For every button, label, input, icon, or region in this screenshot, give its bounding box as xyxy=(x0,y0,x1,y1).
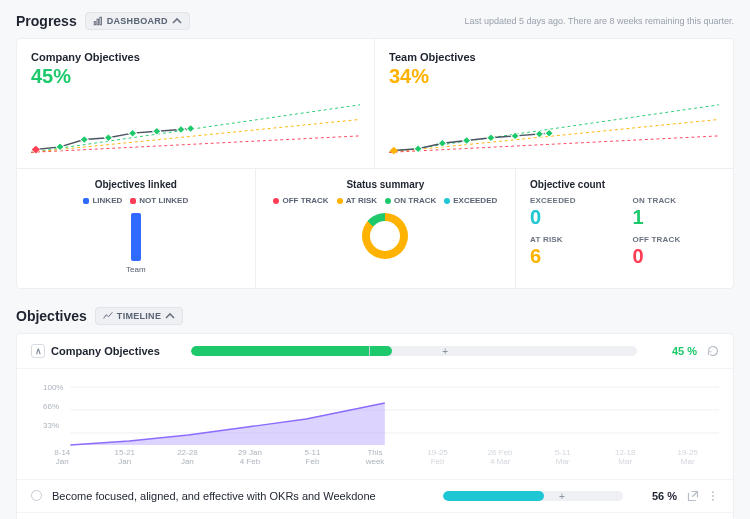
status-donut-chart xyxy=(362,213,408,259)
company-row-label: Company Objectives xyxy=(51,345,160,357)
svg-rect-15 xyxy=(487,134,495,142)
status-summary-card: Status summary OFF TRACK AT RISK ON TRAC… xyxy=(256,169,516,288)
legend-on-track: ON TRACK xyxy=(394,196,436,205)
open-icon[interactable] xyxy=(687,490,699,502)
svg-rect-5 xyxy=(80,136,88,144)
timeline-tick: 15-21Jan xyxy=(94,449,157,467)
svg-rect-7 xyxy=(128,129,136,137)
linked-title: Objectives linked xyxy=(31,179,241,190)
status-title: Status summary xyxy=(270,179,501,190)
timeline-tick: 5-11Feb xyxy=(281,449,344,467)
progress-title: Progress xyxy=(16,13,77,29)
objectives-title: Objectives xyxy=(16,308,87,324)
objective-label: Become focused, aligned, and effective w… xyxy=(52,490,433,502)
objectives-timeline: 100% 66% 33% 8-14Jan15-21Jan22-28Jan29 J… xyxy=(17,369,733,480)
svg-rect-10 xyxy=(187,125,195,133)
timeline-tick: 29 Jan4 Feb xyxy=(219,449,282,467)
team-progress-chart xyxy=(389,92,719,156)
team-objectives-card: Team Objectives 34% xyxy=(375,39,733,169)
company-row-pct: 45 % xyxy=(647,345,697,357)
more-icon[interactable] xyxy=(707,490,719,502)
linked-legend: LINKED NOT LINKED xyxy=(31,196,241,205)
expand-icon[interactable]: ∧ xyxy=(31,344,45,358)
svg-rect-1 xyxy=(97,19,99,25)
objective-progress-bar: + xyxy=(443,491,623,501)
svg-rect-16 xyxy=(511,132,519,140)
timeline-xaxis: 8-14Jan15-21Jan22-28Jan29 Jan4 Feb5-11Fe… xyxy=(31,449,719,467)
company-objectives-row[interactable]: ∧ Company Objectives + 45 % xyxy=(17,334,733,369)
count-on-track: ON TRACK 1 xyxy=(633,196,719,227)
count-exceeded: EXCEEDED 0 xyxy=(530,196,616,227)
count-off-track: OFF TRACK 0 xyxy=(633,235,719,266)
count-title: Objective count xyxy=(530,179,719,190)
svg-rect-0 xyxy=(94,22,96,25)
radio-icon[interactable] xyxy=(31,490,42,501)
update-note: Last updated 5 days ago. There are 8 wee… xyxy=(465,16,735,26)
legend-linked: LINKED xyxy=(92,196,122,205)
svg-rect-13 xyxy=(438,139,446,147)
timeline-tick: Thisweek xyxy=(344,449,407,467)
legend-exceeded: EXCEEDED xyxy=(453,196,497,205)
timeline-tick: 5-11Mar xyxy=(531,449,594,467)
svg-rect-6 xyxy=(104,134,112,142)
objective-row[interactable]: Become focused, aligned, and effective w… xyxy=(17,480,733,513)
svg-point-25 xyxy=(712,498,714,500)
legend-at-risk: AT RISK xyxy=(346,196,377,205)
svg-rect-14 xyxy=(463,137,471,145)
legend-not-linked: NOT LINKED xyxy=(139,196,188,205)
refresh-icon[interactable] xyxy=(707,345,719,357)
count-at-risk: AT RISK 6 xyxy=(530,235,616,266)
svg-rect-19 xyxy=(390,147,398,155)
svg-rect-12 xyxy=(414,145,422,153)
company-card-pct: 45% xyxy=(31,65,360,88)
chevron-up-icon xyxy=(165,311,175,321)
timeline-y-0: 100% xyxy=(43,383,63,392)
chart-icon xyxy=(93,16,103,26)
linked-bar-chart: Team xyxy=(31,213,241,274)
team-card-pct: 34% xyxy=(389,65,719,88)
company-card-title: Company Objectives xyxy=(31,51,360,63)
objective-row[interactable]: Successfully launch in LATAM+34 % xyxy=(17,513,733,519)
timeline-tick: 19-25Feb xyxy=(406,449,469,467)
svg-rect-9 xyxy=(177,126,185,134)
timeline-tick: 26 Feb4 Mar xyxy=(469,449,532,467)
linked-axis-label: Team xyxy=(126,265,146,274)
timeline-tick: 12-18Mar xyxy=(594,449,657,467)
company-progress-bar: + xyxy=(191,346,637,356)
objective-count-card: Objective count EXCEEDED 0 ON TRACK 1 AT… xyxy=(516,169,733,288)
timeline-y-2: 33% xyxy=(43,421,63,430)
dashboard-toggle[interactable]: DASHBOARD xyxy=(85,12,190,30)
svg-rect-2 xyxy=(100,17,102,25)
timeline-icon xyxy=(103,311,113,321)
objectives-linked-card: Objectives linked LINKED NOT LINKED Team xyxy=(17,169,256,288)
status-legend: OFF TRACK AT RISK ON TRACK EXCEEDED xyxy=(270,196,501,205)
svg-point-23 xyxy=(712,491,714,493)
legend-off-track: OFF TRACK xyxy=(282,196,328,205)
timeline-tick: 8-14Jan xyxy=(31,449,94,467)
chevron-up-icon xyxy=(172,16,182,26)
company-progress-chart xyxy=(31,92,360,156)
team-card-title: Team Objectives xyxy=(389,51,719,63)
dashboard-label: DASHBOARD xyxy=(107,16,168,26)
svg-point-24 xyxy=(712,495,714,497)
timeline-tick: 19-25Mar xyxy=(656,449,719,467)
timeline-tick: 22-28Jan xyxy=(156,449,219,467)
linked-bar xyxy=(131,213,141,261)
timeline-toggle[interactable]: TIMELINE xyxy=(95,307,183,325)
svg-rect-4 xyxy=(56,143,64,151)
timeline-label: TIMELINE xyxy=(117,311,161,321)
objective-pct: 56 % xyxy=(633,490,677,502)
timeline-y-1: 66% xyxy=(43,402,63,411)
company-objectives-card: Company Objectives 45% xyxy=(17,39,375,169)
